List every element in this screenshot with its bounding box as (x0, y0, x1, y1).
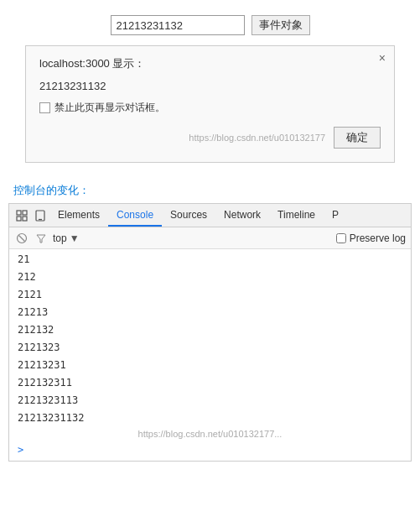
preserve-log-checkbox[interactable] (336, 233, 346, 243)
svg-rect-3 (23, 216, 27, 221)
console-toolbar: top ▼ Preserve log (9, 227, 411, 249)
console-line: 2121323113 (9, 392, 411, 409)
svg-rect-0 (17, 211, 21, 215)
dialog-checkbox-row: 禁止此页再显示对话框。 (39, 101, 381, 115)
preserve-log-label: Preserve log (350, 232, 406, 244)
console-line: 2121 (9, 286, 411, 304)
svg-line-7 (19, 235, 25, 241)
console-line: 212132311 (9, 374, 411, 392)
devtools-panel: Elements Console Sources Network Timelin… (8, 203, 412, 462)
clear-console-icon[interactable] (14, 231, 29, 246)
devtools-tabs: Elements Console Sources Network Timelin… (49, 204, 347, 227)
dialog-title: localhost:3000 显示： (39, 56, 381, 71)
devtools-tabbar: Elements Console Sources Network Timelin… (9, 204, 411, 227)
svg-rect-1 (23, 211, 27, 215)
console-line: 212132 (9, 321, 411, 339)
top-value-input[interactable] (111, 15, 245, 35)
tab-console[interactable]: Console (108, 204, 162, 227)
console-output: 21 212 2121 21213 212132 2121323 2121323… (9, 249, 411, 461)
mobile-icon[interactable] (31, 206, 49, 225)
console-line: 21213 (9, 304, 411, 321)
inspect-icon[interactable] (13, 206, 31, 225)
console-line: 21213231 (9, 357, 411, 374)
dialog-confirm-button[interactable]: 确定 (334, 127, 381, 149)
console-watermark: https://blog.csdn.net/u010132177... (9, 427, 411, 441)
tab-p[interactable]: P (324, 204, 347, 227)
event-obj-button[interactable]: 事件对象 (251, 15, 310, 35)
console-prompt[interactable]: > (9, 441, 411, 459)
dialog-box: × localhost:3000 显示： 21213231132 禁止此页再显示… (25, 45, 395, 163)
dialog-close-icon[interactable]: × (379, 51, 386, 65)
dialog-watermark: https://blog.csdn.net/u010132177 (189, 133, 325, 143)
preserve-log-container: Preserve log (336, 232, 406, 244)
svg-marker-8 (37, 235, 45, 243)
context-dropdown-arrow: ▼ (70, 232, 80, 244)
dialog-no-show-label: 禁止此页再显示对话框。 (54, 101, 165, 115)
console-line: 21 (9, 251, 411, 269)
tab-network[interactable]: Network (215, 204, 269, 227)
tab-elements[interactable]: Elements (49, 204, 108, 227)
top-input-area: 事件对象 (0, 0, 420, 45)
tab-sources[interactable]: Sources (162, 204, 215, 227)
console-line: 212 (9, 269, 411, 286)
context-label: top (53, 232, 67, 244)
console-line: 21213231132 (9, 409, 411, 427)
context-selector[interactable]: top ▼ (53, 232, 80, 244)
svg-rect-2 (17, 216, 21, 221)
dialog-message: 21213231132 (39, 80, 381, 92)
dialog-footer: https://blog.csdn.net/u010132177 确定 (39, 127, 381, 149)
dialog-no-show-checkbox[interactable] (39, 102, 50, 113)
section-label: 控制台的变化： (0, 178, 420, 203)
tab-timeline[interactable]: Timeline (269, 204, 324, 227)
filter-icon[interactable] (34, 232, 48, 245)
console-line: 2121323 (9, 339, 411, 357)
